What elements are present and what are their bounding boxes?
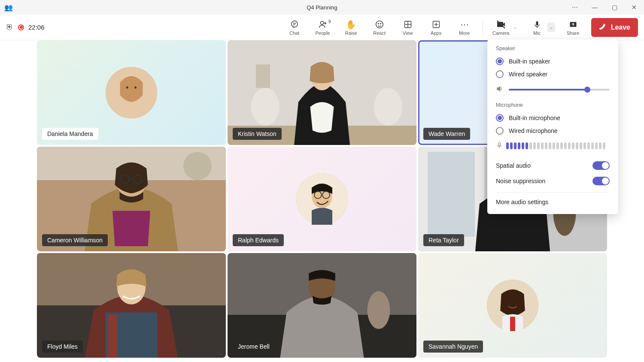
title-bar: 👥 Q4 Planning ⋯ — ▢ ✕	[0, 0, 644, 15]
chat-button[interactable]: Chat	[284, 19, 305, 36]
level-bar	[545, 142, 547, 149]
participant-tile[interactable]: Jerome Bell	[228, 253, 416, 358]
shield-icon: ⛨	[6, 23, 14, 32]
share-icon	[569, 19, 577, 30]
level-bar	[591, 142, 594, 149]
level-bar	[599, 142, 601, 149]
svg-rect-48	[108, 315, 117, 358]
level-bar	[587, 142, 590, 149]
level-bar	[564, 142, 567, 149]
hangup-icon	[599, 22, 608, 33]
spatial-audio-toggle[interactable]	[592, 161, 610, 170]
more-actions-button[interactable]: ⋯	[565, 0, 585, 15]
level-bar	[580, 142, 582, 149]
recording-indicator-icon	[18, 24, 24, 30]
mic-level-meter	[506, 142, 610, 149]
level-bar	[553, 142, 555, 149]
name-tag: Wade Warren	[423, 128, 470, 140]
svg-point-53	[368, 291, 390, 329]
microphone-option-wired[interactable]: Wired microphone	[496, 124, 610, 137]
react-icon	[375, 19, 384, 30]
svg-point-8	[380, 23, 381, 24]
toolbar-separator	[483, 20, 483, 35]
camera-button[interactable]: Camera	[491, 19, 511, 36]
volume-slider[interactable]	[509, 89, 610, 90]
meeting-timer: 22:06	[28, 24, 45, 31]
react-button[interactable]: React	[369, 19, 390, 36]
name-tag: Daniela Mandera	[42, 128, 98, 140]
level-bar	[518, 142, 520, 149]
microphone-option-builtin[interactable]: Built-in microphone	[496, 112, 610, 124]
svg-rect-27	[256, 64, 270, 88]
more-audio-settings-link[interactable]: More audio settings	[496, 196, 610, 208]
name-tag: Jerome Bell	[233, 341, 275, 353]
raise-hand-button[interactable]: ✋ Raise	[341, 19, 361, 36]
apps-button[interactable]: Apps	[426, 19, 447, 36]
view-button[interactable]: View	[398, 19, 418, 36]
participant-tile[interactable]: Daniela Mandera	[37, 40, 226, 145]
app-icon: 👥	[4, 3, 13, 12]
volume-icon	[496, 85, 504, 94]
participant-tile[interactable]: Ralph Edwards	[228, 147, 416, 251]
more-icon: ⋯	[460, 19, 469, 30]
mic-chevron-icon[interactable]: ⌵	[547, 22, 555, 32]
radio-icon	[496, 127, 504, 135]
level-bar	[556, 142, 559, 149]
svg-rect-16	[536, 21, 538, 25]
leave-button[interactable]: Leave	[591, 18, 638, 37]
speaker-option-builtin[interactable]: Built-in speaker	[496, 55, 610, 68]
svg-point-25	[251, 88, 279, 126]
name-tag: Kristin Watson	[233, 128, 282, 140]
level-bar	[529, 142, 532, 149]
raise-hand-icon: ✋	[346, 19, 356, 30]
radio-icon	[496, 114, 504, 122]
apps-icon	[432, 19, 440, 30]
level-bar	[506, 142, 509, 149]
window-title: Q4 Planning	[307, 4, 337, 11]
spatial-audio-label: Spatial audio	[496, 162, 531, 169]
divider	[496, 192, 610, 193]
people-icon: 9	[318, 19, 328, 30]
meeting-toolbar: ⛨ 22:06 Chat 9 People ✋ Raise React	[0, 15, 644, 40]
name-tag: Cameron Williamson	[42, 234, 108, 246]
share-button[interactable]: Share	[563, 19, 583, 36]
svg-point-3	[320, 21, 323, 24]
more-button[interactable]: ⋯ More	[454, 19, 475, 36]
svg-point-0	[291, 21, 298, 27]
avatar	[487, 280, 538, 331]
level-bar	[537, 142, 540, 149]
name-tag: Savannah Nguyen	[423, 341, 483, 353]
view-icon	[404, 19, 412, 30]
svg-point-22	[134, 87, 137, 89]
level-bar	[510, 142, 513, 149]
level-bar	[572, 142, 574, 149]
svg-point-7	[378, 23, 378, 24]
level-bar	[560, 142, 563, 149]
name-tag: Ralph Edwards	[233, 234, 284, 246]
svg-point-31	[183, 152, 212, 180]
level-bar	[514, 142, 516, 149]
noise-suppression-label: Noise suppression	[496, 178, 545, 184]
participant-tile[interactable]: Kristin Watson	[228, 40, 416, 145]
mic-button[interactable]: Mic	[527, 19, 547, 36]
people-button[interactable]: 9 People	[313, 19, 333, 36]
svg-rect-58	[498, 142, 500, 146]
speaker-option-wired[interactable]: Wired speaker	[496, 68, 610, 81]
participant-tile[interactable]: Savannah Nguyen	[418, 253, 607, 358]
noise-suppression-toggle[interactable]	[592, 177, 610, 185]
participant-tile[interactable]: Floyd Miles	[37, 253, 226, 358]
avatar	[296, 173, 348, 225]
close-button[interactable]: ✕	[624, 0, 644, 15]
speaker-section-title: Speaker	[496, 45, 610, 51]
avatar	[106, 67, 157, 118]
microphone-section-title: Microphone	[496, 102, 610, 108]
camera-chevron-icon[interactable]: ⌵	[511, 22, 519, 32]
mic-level-icon	[496, 142, 503, 150]
camera-off-icon	[496, 19, 506, 30]
minimize-button[interactable]: —	[585, 0, 605, 15]
participant-tile[interactable]: Cameron Williamson	[37, 147, 226, 251]
maximize-button[interactable]: ▢	[605, 0, 624, 15]
level-bar	[576, 142, 578, 149]
level-bar	[533, 142, 536, 149]
level-bar	[526, 142, 528, 149]
